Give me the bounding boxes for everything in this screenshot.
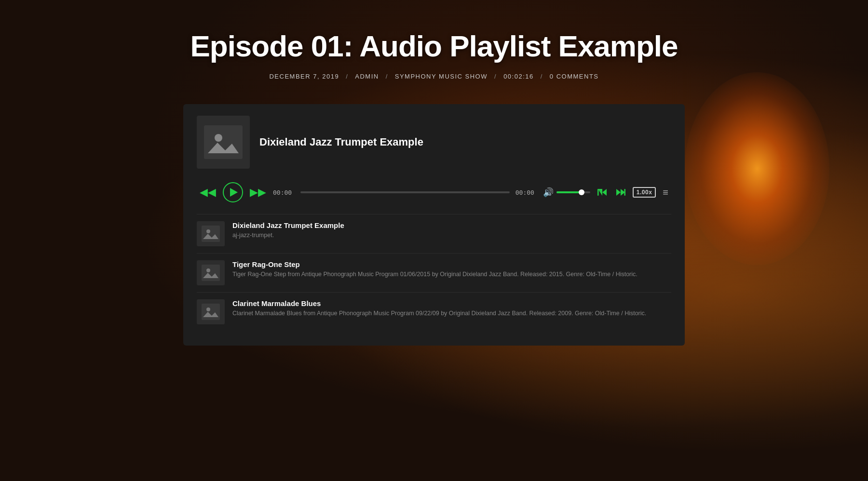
meta-duration: 00:02:16 <box>503 73 534 80</box>
svg-rect-2 <box>597 189 599 196</box>
skip-back-button[interactable] <box>596 186 609 199</box>
now-playing-album-art <box>197 116 250 169</box>
svg-rect-0 <box>204 125 243 159</box>
list-item[interactable]: Tiger Rag-One Step Tiger Rag-One Step fr… <box>197 253 671 292</box>
track-desc-2: Tiger Rag-One Step from Antique Phonogra… <box>232 270 671 279</box>
track-desc-3: Clarinet Marmalade Blues from Antique Ph… <box>232 309 671 318</box>
svg-rect-3 <box>624 189 625 196</box>
svg-point-7 <box>206 268 210 272</box>
separator-4: / <box>541 73 543 80</box>
page-header: Episode 01: Audio Playlist Example DECEM… <box>169 29 699 80</box>
menu-button[interactable]: ≡ <box>662 186 669 199</box>
controls-bar: ◀◀ ▶▶ 00:00 00:00 🔊 <box>197 182 671 202</box>
track-title-1: Dixieland Jazz Trumpet Example <box>232 221 671 229</box>
svg-rect-4 <box>202 226 220 242</box>
menu-icon: ≡ <box>663 187 668 198</box>
meta-author[interactable]: ADMIN <box>355 73 379 80</box>
meta-comments[interactable]: 0 COMMENTS <box>550 73 599 80</box>
time-current: 00:00 <box>273 189 295 196</box>
speed-button[interactable]: 1.00x <box>633 187 656 198</box>
track-thumbnail-3 <box>197 299 225 324</box>
svg-point-5 <box>206 229 210 233</box>
skip-forward-button[interactable] <box>614 186 627 199</box>
track-desc-1: aj-jazz-trumpet. <box>232 231 671 240</box>
volume-thumb <box>579 189 584 195</box>
fast-forward-button[interactable]: ▶▶ <box>249 185 267 200</box>
track-title-3: Clarinet Marmalade Blues <box>232 299 671 307</box>
page-title: Episode 01: Audio Playlist Example <box>169 29 699 63</box>
track-info-3: Clarinet Marmalade Blues Clarinet Marmal… <box>232 299 671 318</box>
volume-section: 🔊 <box>543 187 590 198</box>
track-info-2: Tiger Rag-One Step Tiger Rag-One Step fr… <box>232 260 671 279</box>
rewind-button[interactable]: ◀◀ <box>199 185 217 200</box>
track-thumbnail-2 <box>197 260 225 285</box>
volume-fill <box>556 191 582 193</box>
progress-bar[interactable] <box>300 191 510 193</box>
track-thumbnail-1 <box>197 221 225 246</box>
play-button[interactable] <box>223 182 243 202</box>
list-item[interactable]: Clarinet Marmalade Blues Clarinet Marmal… <box>197 292 671 331</box>
time-total: 00:00 <box>515 189 537 196</box>
meta-date[interactable]: DECEMBER 7, 2019 <box>269 73 339 80</box>
now-playing-title: Dixieland Jazz Trumpet Example <box>259 136 423 148</box>
volume-icon: 🔊 <box>543 187 554 198</box>
meta-bar: DECEMBER 7, 2019 / ADMIN / SYMPHONY MUSI… <box>169 73 699 80</box>
audio-player: Dixieland Jazz Trumpet Example ◀◀ ▶▶ 00:… <box>183 104 685 346</box>
list-item[interactable]: Dixieland Jazz Trumpet Example aj-jazz-t… <box>197 214 671 253</box>
separator-3: / <box>494 73 497 80</box>
fast-forward-icon: ▶▶ <box>250 186 266 199</box>
skip-forward-icon <box>615 187 626 198</box>
skip-back-icon <box>597 187 608 198</box>
track-title-2: Tiger Rag-One Step <box>232 260 671 268</box>
separator-1: / <box>346 73 348 80</box>
svg-point-1 <box>215 134 222 142</box>
svg-point-9 <box>206 307 210 311</box>
separator-2: / <box>386 73 388 80</box>
svg-rect-6 <box>202 265 220 281</box>
track-info-1: Dixieland Jazz Trumpet Example aj-jazz-t… <box>232 221 671 240</box>
volume-bar[interactable] <box>556 191 590 193</box>
now-playing-info: Dixieland Jazz Trumpet Example <box>259 136 423 148</box>
now-playing-section: Dixieland Jazz Trumpet Example <box>197 116 671 169</box>
rewind-icon: ◀◀ <box>200 186 216 199</box>
svg-rect-8 <box>202 304 220 320</box>
meta-show[interactable]: SYMPHONY MUSIC SHOW <box>395 73 488 80</box>
playlist: Dixieland Jazz Trumpet Example aj-jazz-t… <box>197 214 671 331</box>
play-icon <box>230 188 238 197</box>
